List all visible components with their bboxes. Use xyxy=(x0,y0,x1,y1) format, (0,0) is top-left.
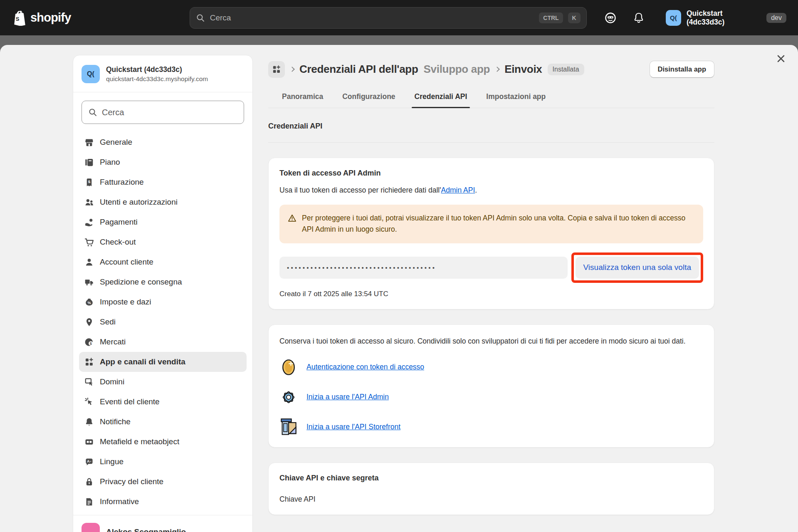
admin-api-link[interactable]: Admin API xyxy=(441,186,475,194)
sidebar-item-generale[interactable]: Generale xyxy=(79,132,247,152)
breadcrumb-context[interactable]: Sviluppo app xyxy=(424,63,490,76)
sidebar-item-metafield[interactable]: Metafield e metaobject xyxy=(79,432,247,452)
annotation-highlight-box: Visualizza token una sola volta xyxy=(571,252,703,283)
list-item: Autenticazione con token di accesso xyxy=(279,358,703,376)
env-badge: dev xyxy=(766,13,786,23)
breadcrumb: Credenziali API dell'app Sviluppo app Ei… xyxy=(268,61,714,78)
sidebar-item-app-e-canali[interactable]: App e canali di vendita xyxy=(79,352,247,372)
sidebar-item-label: Piano xyxy=(100,158,120,167)
global-search-input[interactable]: Cerca CTRL K xyxy=(190,7,587,29)
tab-credenziali-api[interactable]: Credenziali API xyxy=(408,86,474,108)
sidebar-item-label: Imposte e dazi xyxy=(100,297,151,307)
masked-token-field: •••••••••••••••••••••••••••••••••••••• xyxy=(279,257,568,279)
sidebar-item-label: Eventi del cliente xyxy=(100,397,160,406)
storefront-api-start-link[interactable]: Inizia a usare l'API Storefront xyxy=(306,423,400,431)
app-grid-icon xyxy=(268,61,285,78)
click-events-icon xyxy=(84,396,94,407)
sidebar-item-label: Spedizione e consegna xyxy=(100,277,182,287)
settings-sidebar: Q( Quickstart (4dc33d3c) quickstart-4dc3… xyxy=(73,55,253,532)
token-created-timestamp: Creato il 7 ott 2025 alle 13:54 UTC xyxy=(279,290,703,298)
cart-icon xyxy=(84,237,94,247)
users-icon xyxy=(84,197,94,208)
svg-text:*: * xyxy=(90,460,91,464)
warning-text: Per proteggere i tuoi dati, potrai visua… xyxy=(302,213,695,235)
close-icon[interactable] xyxy=(773,51,789,67)
store-avatar: Q( xyxy=(82,65,100,83)
main-content: Credenziali API dell'app Sviluppo app Ei… xyxy=(268,55,714,532)
sidebar-item-mercati[interactable]: $ Mercati xyxy=(79,332,247,352)
kbd-ctrl: CTRL xyxy=(539,12,563,23)
tab-panoramica[interactable]: Panoramica xyxy=(275,86,330,108)
sidebar-item-piano[interactable]: Piano xyxy=(79,152,247,172)
store-name: Quickstart (4dc33d3c) xyxy=(106,65,208,74)
sidebar-item-label: Check-out xyxy=(100,238,136,247)
sidebar-item-label: Utenti e autorizzazioni xyxy=(100,198,178,207)
token-row: •••••••••••••••••••••••••••••••••••••• V… xyxy=(279,252,703,283)
truck-icon xyxy=(84,277,94,287)
list-item: Inizia a usare l'API Storefront xyxy=(279,418,703,436)
store-icon xyxy=(84,137,94,148)
svg-text:A: A xyxy=(86,459,89,463)
sidebar-item-label: Metafield e metaobject xyxy=(100,437,179,446)
shopify-bag-icon: S xyxy=(12,10,27,26)
token-auth-link[interactable]: Autenticazione con token di accesso xyxy=(306,363,424,371)
admin-token-card: Token di accesso API Admin Usa il tuo to… xyxy=(268,158,714,309)
sidebar-item-imposte[interactable]: % Imposte e dazi xyxy=(79,292,247,312)
sidebar-item-pagamenti[interactable]: Pagamenti xyxy=(79,212,247,232)
breadcrumb-app-name[interactable]: Einvoix xyxy=(504,63,542,76)
sidebar-item-account-cliente[interactable]: Account cliente xyxy=(79,252,247,272)
svg-text:$: $ xyxy=(88,179,90,184)
token-resources-card: Conserva i tuoi token di accesso al sicu… xyxy=(268,324,714,448)
list-item: Inizia a usare l'API Admin xyxy=(279,388,703,406)
sidebar-item-lingue[interactable]: A* Lingue xyxy=(79,452,247,472)
sidebar-item-informative[interactable]: Informative xyxy=(79,492,247,512)
sidebar-item-privacy[interactable]: Privacy del cliente xyxy=(79,472,247,492)
sidebar-item-notifiche[interactable]: Notifiche xyxy=(79,412,247,432)
sidebar-item-label: Domini xyxy=(100,377,124,386)
taxes-icon: % xyxy=(84,297,94,307)
sidebar-item-label: Informative xyxy=(100,497,139,506)
sidebar-item-label: App e canali di vendita xyxy=(100,357,185,366)
uninstall-app-button[interactable]: Disinstalla app xyxy=(650,61,714,78)
sidebar-item-label: Account cliente xyxy=(100,257,153,267)
sidekick-assistant-icon[interactable] xyxy=(604,12,617,24)
coin-token-icon xyxy=(279,358,298,376)
kbd-k: K xyxy=(568,12,581,23)
installed-badge: Installata xyxy=(548,64,584,75)
user-avatar xyxy=(82,523,100,532)
chevron-right-icon xyxy=(494,67,500,72)
tab-configurazione[interactable]: Configurazione xyxy=(335,86,402,108)
tab-impostazioni-app[interactable]: Impostazioni app xyxy=(479,86,553,108)
admin-api-start-link[interactable]: Inizia a usare l'API Admin xyxy=(306,393,389,401)
account-menu[interactable]: Q( Quickstart (4dc33d3c) dev xyxy=(666,9,786,27)
chevron-right-icon xyxy=(289,67,295,72)
description-text: Usa il tuo token di accesso per richiede… xyxy=(279,186,441,194)
sidebar-item-utenti[interactable]: Utenti e autorizzazioni xyxy=(79,192,247,212)
svg-text:$: $ xyxy=(90,341,92,345)
sidebar-item-label: Lingue xyxy=(100,457,124,466)
global-search-placeholder: Cerca xyxy=(210,13,534,22)
sidebar-search-input[interactable]: Cerca xyxy=(82,101,244,124)
bell-icon xyxy=(84,416,94,427)
document-icon xyxy=(84,496,94,507)
sidebar-user-row[interactable]: Alekos Scognamiglio xyxy=(73,515,252,532)
store-header: Q( Quickstart (4dc33d3c) quickstart-4dc3… xyxy=(73,55,252,92)
settings-menu: Generale Piano $ Fatturazione Utenti e a… xyxy=(73,132,252,512)
token-card-description: Usa il tuo token di accesso per richiede… xyxy=(279,185,703,195)
sidebar-item-fatturazione[interactable]: $ Fatturazione xyxy=(79,172,247,192)
divider xyxy=(268,142,714,143)
breadcrumb-section[interactable]: Credenziali API dell'app xyxy=(299,63,418,76)
notifications-bell-icon[interactable] xyxy=(633,12,644,24)
sidebar-item-label: Generale xyxy=(100,138,132,147)
apps-grid-icon xyxy=(84,356,94,367)
sidebar-item-sedi[interactable]: Sedi xyxy=(79,312,247,332)
sidebar-item-eventi[interactable]: Eventi del cliente xyxy=(79,392,247,412)
sidebar-search-placeholder: Cerca xyxy=(102,108,124,117)
sidebar-item-domini[interactable]: Domini xyxy=(79,372,247,392)
search-icon xyxy=(196,13,205,22)
sidebar-item-spedizione[interactable]: Spedizione e consegna xyxy=(79,272,247,292)
description-text: . xyxy=(475,186,477,194)
reveal-token-button[interactable]: Visualizza token una sola volta xyxy=(576,257,699,279)
shopify-logo[interactable]: S shopify xyxy=(12,10,190,26)
sidebar-item-checkout[interactable]: Check-out xyxy=(79,232,247,252)
